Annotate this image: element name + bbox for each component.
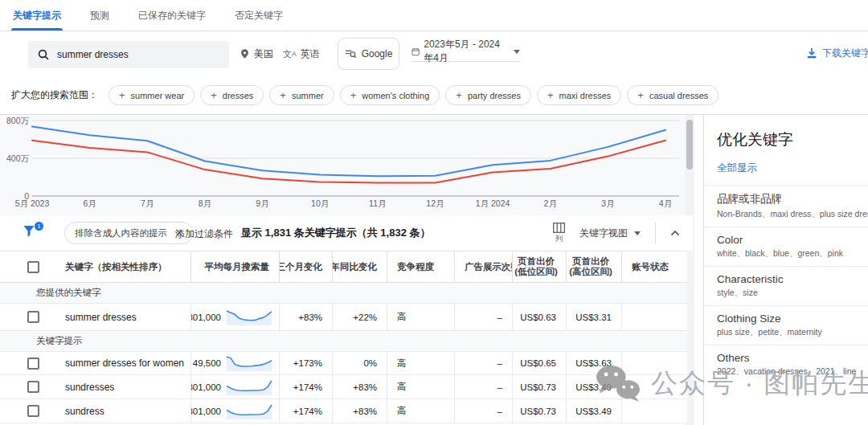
refine-section-color[interactable]: Color white、black、blue、green、pink [704, 227, 868, 266]
ad-share-value: – [454, 375, 512, 398]
broaden-chip-1[interactable]: +summer wear [108, 85, 194, 105]
chevron-down-icon [514, 50, 520, 54]
broaden-chip-4[interactable]: +women's clothing [340, 85, 440, 105]
col-header-account-status[interactable]: 账号状态 [621, 251, 687, 282]
svg-text:8月: 8月 [199, 198, 211, 208]
show-all-link[interactable]: 全部显示 [717, 161, 757, 175]
broaden-chip-6[interactable]: +maxi dresses [537, 85, 621, 105]
date-range-selector[interactable]: 2023年5月 - 2024年4月 [411, 46, 520, 62]
divider [655, 223, 656, 243]
yoy-change-value: +83% [332, 399, 387, 423]
calendar-icon [411, 47, 420, 57]
tab-keyword-ideas[interactable]: 关键字提示 [11, 0, 63, 31]
col-header-three-month-change[interactable]: 三个月变化 [279, 251, 332, 282]
broaden-search-row: 扩大您的搜索范围： +summer wear +dresses +summer … [0, 76, 868, 115]
header-line1: 页首出价 [518, 256, 555, 267]
search-volume-trend-chart: 800万400万05月 20236月7月8月9月10月11月12月1月 2024… [0, 115, 693, 215]
view-selector-dropdown[interactable]: 关键字视图 [579, 227, 641, 240]
header-line1: 页首出价 [572, 256, 609, 267]
keyword-cell: sundresses [60, 375, 190, 398]
bid-low-value: US$0.73 [512, 399, 566, 423]
collapse-panel-button[interactable] [670, 230, 680, 236]
svg-text:800万: 800万 [6, 116, 30, 125]
broaden-chip-2[interactable]: +dresses [200, 85, 264, 105]
location-selector[interactable]: 美国 [240, 46, 273, 62]
header-line2: (低位区间) [514, 267, 558, 277]
broaden-chip-7[interactable]: +casual dresses [627, 85, 719, 105]
download-icon [806, 47, 817, 59]
keyword-search-input[interactable]: summer dresses [28, 41, 229, 68]
refine-section-others[interactable]: Others 2022、vacation dresses、2021、line [704, 345, 868, 384]
svg-text:3月: 3月 [601, 198, 614, 208]
language-selector[interactable]: 文A 英语 [283, 46, 320, 62]
tab-forecast[interactable]: 预测 [88, 0, 111, 31]
three-month-change-value: +174% [279, 375, 332, 398]
select-all-checkbox[interactable] [27, 261, 39, 273]
col-header-competition[interactable]: 竞争程度 [387, 251, 454, 282]
download-keyword-ideas-button[interactable]: 下载关键字提示 [806, 47, 868, 60]
competition-value: 高 [387, 375, 454, 398]
ad-share-value: – [454, 352, 512, 374]
broaden-chip-3[interactable]: +summer [269, 85, 334, 105]
plus-icon: + [456, 89, 462, 101]
refine-panel-title: 优化关键字 [717, 129, 868, 150]
columns-button[interactable]: 列 [553, 223, 565, 244]
columns-label: 列 [555, 234, 563, 244]
table-row: summer dresses 301,000 +83% +22% 高 – US$… [0, 303, 687, 331]
translate-icon: 文A [283, 48, 297, 60]
col-header-top-bid-high[interactable]: 页首出价 (高位区间) [566, 251, 621, 282]
svg-text:11月: 11月 [369, 198, 386, 208]
refine-section-brand[interactable]: 品牌或非品牌 Non-Brands、maxi dress、plus size d… [704, 185, 868, 227]
adult-filter-chip[interactable]: 排除含成人内容的提示 ✕ [64, 222, 194, 244]
refine-section-characteristic[interactable]: Characteristic style、size [704, 266, 868, 305]
row-checkbox[interactable] [27, 381, 39, 393]
refine-section-desc: plus size、petite、maternity [717, 327, 868, 338]
svg-text:7月: 7月 [141, 198, 154, 208]
ad-share-value: – [454, 304, 512, 330]
chevron-up-icon [670, 230, 680, 236]
refine-section-clothing-size[interactable]: Clothing Size plus size、petite、maternity [704, 305, 868, 345]
chevron-down-icon [634, 231, 641, 235]
vertical-scrollbar-thumb[interactable] [686, 120, 693, 170]
filter-count-badge: 1 [35, 222, 43, 231]
tab-saved-keywords[interactable]: 已保存的关键字 [137, 0, 207, 31]
three-month-change-value: +173% [279, 352, 332, 374]
svg-text:6月: 6月 [83, 198, 96, 208]
svg-text:9月: 9月 [256, 198, 268, 208]
col-header-keyword[interactable]: 关键字（按相关性排序） [60, 251, 190, 282]
search-icon [38, 49, 49, 60]
col-header-yoy-change[interactable]: 年同比变化 [332, 251, 387, 282]
header-line2: (高位区间) [569, 267, 612, 277]
col-header-ad-impression-share[interactable]: 广告展示次数份额 [454, 251, 512, 282]
broaden-chip-5[interactable]: +party dresses [445, 85, 531, 105]
row-checkbox[interactable] [27, 358, 39, 370]
row-checkbox[interactable] [27, 405, 39, 417]
account-status-cell [621, 352, 687, 374]
col-header-avg-monthly-searches[interactable]: 平均每月搜索量 [190, 251, 279, 282]
search-network-selector[interactable]: Google [338, 38, 399, 70]
keyword-cell: summer dresses [60, 304, 190, 330]
svg-text:400万: 400万 [6, 153, 30, 163]
avg-searches-value: 301,000 [190, 382, 221, 392]
bid-low-value: US$0.63 [512, 304, 566, 330]
yoy-change-value: +22% [332, 304, 387, 330]
top-tab-bar: 关键字提示 预测 已保存的关键字 否定关键字 [0, 0, 868, 31]
bid-low-value: US$0.65 [512, 352, 566, 374]
view-selector-label: 关键字视图 [579, 227, 628, 240]
row-checkbox[interactable] [27, 311, 39, 323]
chip-label: casual dresses [649, 91, 708, 100]
chip-label: dresses [223, 91, 254, 100]
chip-label: maxi dresses [559, 91, 612, 100]
tab-negative-keywords[interactable]: 否定关键字 [233, 0, 285, 31]
bid-high-value: US$3.49 [566, 399, 621, 423]
refine-section-desc: white、black、blue、green、pink [717, 248, 868, 259]
refine-section-title: Clothing Size [717, 313, 868, 325]
search-value: summer dresses [57, 49, 129, 60]
refine-section-desc: 2022、vacation dresses、2021、line [717, 366, 868, 378]
add-filter-button[interactable]: 添加过滤条件 [175, 227, 233, 241]
filter-funnel-icon[interactable]: 1 [23, 224, 42, 242]
col-header-top-bid-low[interactable]: 页首出价 (低位区间) [512, 251, 566, 282]
table-header-row: 关键字（按相关性排序） 平均每月搜索量 三个月变化 年同比变化 竞争程度 广告展… [0, 251, 687, 283]
refine-keywords-panel: 优化关键字 全部显示 品牌或非品牌 Non-Brands、maxi dress、… [703, 115, 868, 425]
plus-icon: + [350, 89, 357, 101]
